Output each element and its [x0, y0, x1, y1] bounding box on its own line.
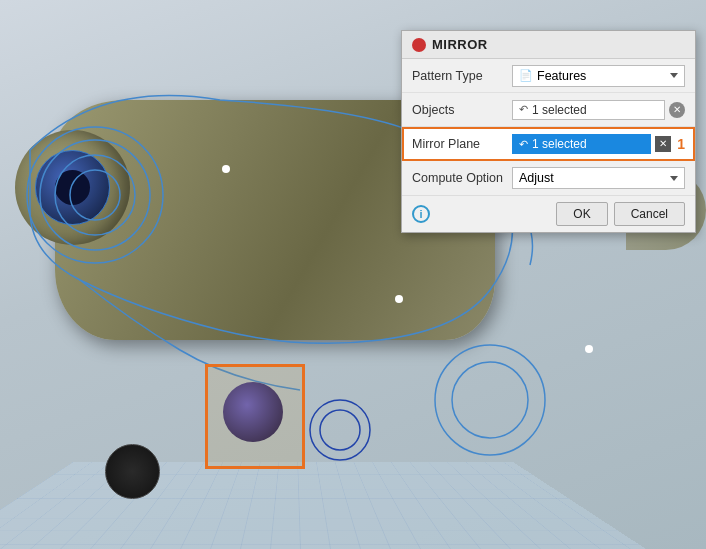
pattern-type-label: Pattern Type	[412, 69, 512, 83]
mirror-plane-clear-button[interactable]: ✕	[655, 136, 671, 152]
mirror-plane-cursor-icon: ↶	[519, 138, 528, 151]
compute-option-dropdown[interactable]: Adjust	[512, 167, 685, 189]
dialog-body: Pattern Type 📄 Features Objects	[402, 59, 695, 195]
info-button[interactable]: i	[412, 205, 430, 223]
features-icon: 📄	[519, 69, 533, 82]
dot-marker-1	[222, 165, 230, 173]
pattern-type-row: Pattern Type 📄 Features	[402, 59, 695, 93]
objects-control: ↶ 1 selected ✕	[512, 100, 685, 120]
dialog-title-icon	[412, 38, 426, 52]
ok-button[interactable]: OK	[556, 202, 607, 226]
objects-clear-button[interactable]: ✕	[669, 102, 685, 118]
mirror-plane-label: Mirror Plane	[412, 137, 512, 151]
dot-marker-3	[585, 345, 593, 353]
mirror-plane-row: Mirror Plane ↶ 1 selected ✕ 1	[402, 127, 695, 161]
mirror-plane-value: 1 selected	[532, 137, 587, 151]
mirror-plane-control: ↶ 1 selected ✕ 1	[512, 134, 685, 154]
dialog-title: MIRROR	[432, 37, 488, 52]
info-icon-label: i	[419, 208, 422, 220]
objects-value: 1 selected	[532, 103, 587, 117]
mirror-plane-field[interactable]: ↶ 1 selected	[512, 134, 651, 154]
pattern-type-dropdown[interactable]: 📄 Features	[512, 65, 685, 87]
objects-field[interactable]: ↶ 1 selected	[512, 100, 665, 120]
compute-option-arrow	[670, 176, 678, 181]
pattern-type-control: 📄 Features	[512, 65, 685, 87]
dialog-title-bar: MIRROR	[402, 31, 695, 59]
compute-option-row: Compute Option Adjust	[402, 161, 695, 195]
cancel-button[interactable]: Cancel	[614, 202, 685, 226]
compute-option-value: Adjust	[519, 171, 554, 185]
orange-selection-box	[205, 364, 305, 469]
objects-row: Objects ↶ 1 selected ✕	[402, 93, 695, 127]
mirror-dialog: MIRROR Pattern Type 📄 Features	[401, 30, 696, 233]
objects-label: Objects	[412, 103, 512, 117]
pattern-type-value: Features	[537, 69, 586, 83]
svg-point-7	[320, 410, 360, 450]
dot-marker-2	[395, 295, 403, 303]
bottom-circle	[105, 444, 160, 499]
pattern-type-arrow	[670, 73, 678, 78]
svg-point-6	[310, 400, 370, 460]
compute-option-label: Compute Option	[412, 171, 512, 185]
compute-option-control: Adjust	[512, 167, 685, 189]
grid-floor	[0, 462, 646, 549]
dialog-footer: i OK Cancel	[402, 195, 695, 232]
objects-cursor-icon: ↶	[519, 103, 528, 116]
mirror-plane-badge: 1	[677, 136, 685, 152]
3d-viewport: MIRROR Pattern Type 📄 Features	[0, 0, 706, 549]
